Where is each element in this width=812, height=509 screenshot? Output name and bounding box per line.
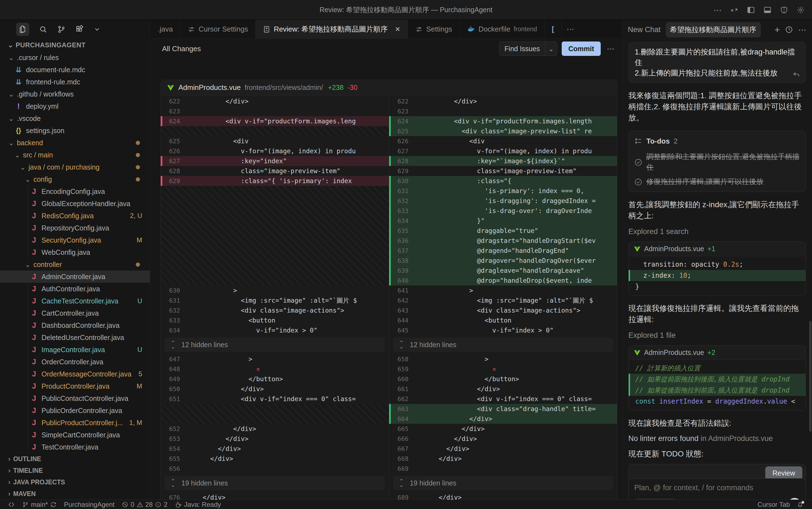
code-card[interactable]: AdminProducts.vue+2// 計算新的插入位置// 如果從前面拖拉… (628, 345, 806, 410)
extensions-icon[interactable] (75, 25, 84, 34)
tree-file-securityconfig.java[interactable]: JSecurityConfig.javaM (0, 234, 150, 246)
tree-file-publicproductcontroller.j...[interactable]: JPublicProductController.j...1, M (0, 417, 150, 429)
tree-file-testcontroller.java[interactable]: JTestController.java (0, 441, 150, 453)
toggle-panel-icon[interactable] (763, 6, 772, 14)
tree-file-cachetestcontroller.java[interactable]: JCacheTestController.javaU (0, 295, 150, 307)
undo-icon[interactable] (792, 71, 801, 79)
tree-file-repositoryconfig.java[interactable]: JRepositoryConfig.java (0, 222, 150, 234)
search-icon[interactable] (39, 25, 47, 34)
gear-icon[interactable] (797, 6, 805, 14)
code-line: 663 <div class="drag-handle" title= (389, 404, 617, 414)
chat-active-tab[interactable]: 希望拖拉移動商品圖片順序 (666, 22, 761, 37)
todos-count: 2 (674, 137, 678, 145)
chevron-down-icon[interactable] (94, 26, 101, 33)
all-changes-label: All Changes (162, 44, 201, 53)
history-icon[interactable] (785, 26, 793, 34)
tree-file-publiccontactcontroller.java[interactable]: JPublicContactController.java (0, 392, 150, 404)
tree-file-authcontroller.java[interactable]: JAuthController.java (0, 283, 150, 295)
tree-folder-.cursor-rules[interactable]: ⌄.cursor / rules (0, 52, 150, 64)
tab-partial[interactable]: [ (544, 20, 562, 38)
hidden-lines-bar[interactable]: ⌃⌄19 hidden lines (393, 476, 613, 490)
tree-folder-java-com-purchasing[interactable]: ⌄java / com / purchasing (0, 161, 150, 173)
new-chat-tab[interactable]: New Chat (628, 26, 661, 34)
hidden-lines-bar[interactable]: ⌃⌄12 hidden lines (165, 338, 385, 352)
tree-file-admincontroller.java[interactable]: JAdminController.java (0, 271, 150, 283)
explored-label[interactable]: Explored 1 search (628, 227, 806, 236)
project-root[interactable]: ⌄PURCHASINGAGENT (0, 39, 150, 52)
java-file-icon: J (30, 394, 38, 403)
tree-file-imagecontroller.java[interactable]: JImageController.javaU (0, 344, 150, 356)
code-line: 624 <div v-if="productForm.images.leng (161, 116, 389, 126)
status-project-name[interactable]: PurchasingAgent (64, 501, 114, 508)
close-icon[interactable]: ✕ (395, 26, 400, 33)
bell-icon[interactable] (797, 501, 804, 508)
tab-Dockerfile[interactable]: Dockerfilefrontend (460, 20, 544, 38)
java-status[interactable]: Java: Ready (175, 501, 221, 508)
tree-file-frontend-rule.mdc[interactable]: ⇊frontend-rule.mdc (0, 76, 150, 88)
tree-folder-backend[interactable]: ⌄backend (0, 137, 150, 149)
tree-file-settings.json[interactable]: {}settings.json (0, 125, 150, 137)
explorer-icon[interactable] (16, 23, 29, 36)
chat-input[interactable]: Plan, @ for context, / for commands ∞Age… (628, 478, 806, 500)
shield-icon[interactable] (780, 6, 788, 14)
toolbar-more-icon[interactable]: ⋯ (607, 44, 614, 54)
source-control-icon[interactable] (57, 25, 66, 34)
review-button[interactable]: Review (765, 466, 802, 480)
hidden-lines-bar[interactable]: ⌃⌄19 hidden lines (165, 476, 385, 490)
sidebar-section-maven[interactable]: ›MAVEN (0, 488, 150, 500)
code-card[interactable]: AdminProducts.vue+1 transition: opacity … (628, 241, 806, 296)
chat-more-icon[interactable]: ⋯ (798, 25, 807, 35)
hidden-lines-bar[interactable]: ⌃⌄12 hidden lines (393, 338, 613, 352)
indent-guide (28, 392, 28, 404)
tab-Review: 希望拖拉移動商品圖片順序[interactable]: Review: 希望拖拉移動商品圖片順序✕ (255, 20, 408, 38)
toggle-sidebar-icon[interactable] (747, 6, 755, 14)
find-issues-dropdown[interactable]: ⌄ (545, 42, 557, 56)
tab-overflow-icon[interactable]: ⋯ (562, 20, 579, 38)
tree-file-ordermessagecontroller.java[interactable]: JOrderMessageController.java5 (0, 368, 150, 380)
git-branch-indicator[interactable]: main* (22, 501, 57, 508)
tab-Cursor Settings[interactable]: Cursor Settings (180, 20, 255, 38)
find-issues-button[interactable]: Find Issues ⌄ (499, 41, 557, 56)
split-editor-icon[interactable] (730, 6, 738, 14)
tree-file-redisconfig.java[interactable]: JRedisConfig.java2, U (0, 210, 150, 222)
tree-file-publicordercontroller.java[interactable]: JPublicOrderController.java (0, 404, 150, 417)
code-line: 623 (389, 106, 617, 116)
sidebar-section-outline[interactable]: ›OUTLINE (0, 453, 150, 465)
java-file-icon: J (30, 443, 38, 451)
sidebar-section-java-projects[interactable]: ›JAVA PROJECTS (0, 476, 150, 488)
explored-label[interactable]: Explored 1 file (628, 331, 806, 340)
tab-.java[interactable]: .java (150, 20, 180, 38)
chevron-expanded-icon: ⌄ (25, 261, 31, 269)
tree-file-dashboardcontroller.java[interactable]: JDashboardController.java (0, 319, 150, 331)
window-scrollbar[interactable] (809, 321, 811, 432)
diff-filler (161, 126, 389, 136)
tab-Settings[interactable]: Settings (408, 20, 460, 38)
tree-file-document-rule.mdc[interactable]: ⇊document-rule.mdc (0, 64, 150, 76)
tree-file-deploy.yml[interactable]: !deploy.yml (0, 100, 150, 112)
new-chat-plus-icon[interactable]: + (774, 24, 780, 35)
cursor-tab-toggle[interactable]: Cursor Tab (757, 501, 790, 508)
tree-file-simplecartcontroller.java[interactable]: JSimpleCartController.java (0, 429, 150, 441)
tree-file-ordercontroller.java[interactable]: JOrderController.java (0, 356, 150, 368)
more-actions-icon[interactable]: ⋯ (713, 5, 722, 15)
tree-folder-.vscode[interactable]: ⌄.vscode (0, 112, 150, 125)
tree-folder-src-main[interactable]: ⌄src / main (0, 149, 150, 161)
sidebar-section-timeline[interactable]: ›TIMELINE (0, 465, 150, 476)
todos-title[interactable]: To-dos (646, 137, 670, 145)
tree-file-globalexceptionhandler.java[interactable]: JGlobalExceptionHandler.java (0, 198, 150, 210)
indent-guide (28, 295, 28, 307)
tree-file-webconfig.java[interactable]: JWebConfig.java (0, 246, 150, 259)
problems-indicator[interactable]: 0 28 2 (122, 501, 167, 508)
remote-icon[interactable] (8, 501, 15, 508)
code-line: // 如果從後面拖拉到前面,插入位置就是 dropInd (629, 385, 806, 396)
tree-folder-controller[interactable]: ⌄controller (0, 259, 150, 271)
commit-button[interactable]: Commit (562, 41, 601, 56)
java-file-icon: J (30, 212, 38, 220)
tree-folder-.github-workflows[interactable]: ⌄.github / workflows (0, 88, 150, 100)
tree-folder-config[interactable]: ⌄config (0, 173, 150, 185)
code-line: 656 (161, 464, 389, 474)
tree-file-productcontroller.java[interactable]: JProductController.javaM (0, 380, 150, 392)
tree-file-deletedusercontroller.java[interactable]: JDeletedUserController.java (0, 331, 150, 344)
tree-file-cartcontroller.java[interactable]: JCartController.java (0, 307, 150, 319)
tree-file-encodingconfig.java[interactable]: JEncodingConfig.java (0, 185, 150, 198)
